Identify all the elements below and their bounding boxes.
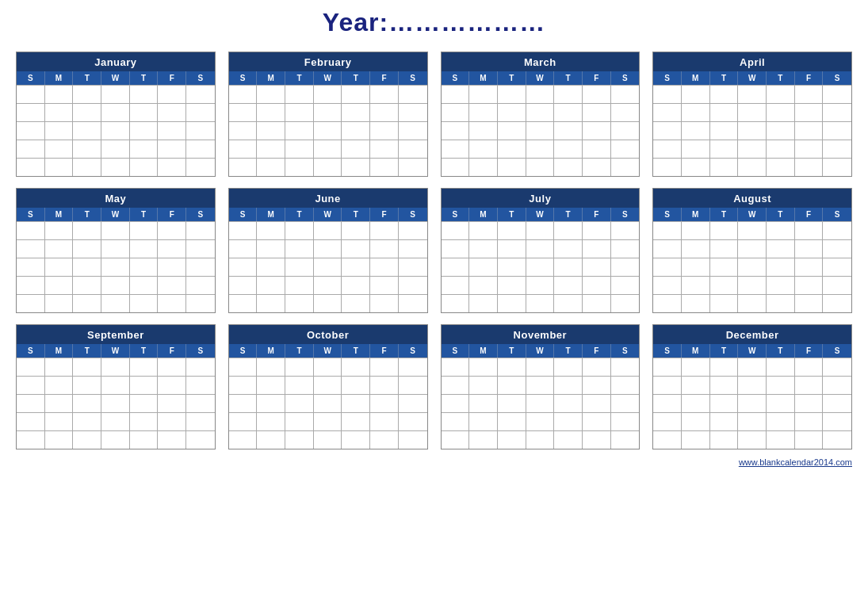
day-cell bbox=[158, 140, 186, 158]
day-cell bbox=[442, 295, 470, 312]
day-cell bbox=[285, 258, 314, 276]
day-cell bbox=[285, 159, 314, 176]
day-header: W bbox=[738, 208, 767, 221]
day-cell bbox=[229, 240, 258, 258]
day-row bbox=[442, 430, 640, 449]
day-cell bbox=[73, 86, 101, 103]
day-cell bbox=[73, 159, 101, 176]
day-cell bbox=[498, 377, 526, 394]
month-calendar-may: MaySMTWTFS bbox=[16, 188, 216, 313]
day-cell bbox=[257, 122, 285, 140]
month-header-november: November bbox=[442, 325, 640, 344]
day-cell bbox=[710, 431, 739, 449]
day-cell bbox=[257, 140, 285, 158]
day-cell bbox=[442, 122, 470, 140]
day-cell bbox=[526, 258, 555, 276]
day-cell bbox=[682, 104, 710, 121]
day-cell bbox=[370, 395, 399, 412]
day-cell bbox=[767, 104, 795, 121]
day-cell bbox=[823, 358, 851, 376]
day-header: S bbox=[186, 71, 215, 85]
day-cell bbox=[45, 431, 74, 449]
day-header: T bbox=[342, 71, 370, 85]
day-row bbox=[229, 358, 427, 376]
day-cell bbox=[710, 413, 739, 430]
day-header: T bbox=[130, 71, 159, 85]
day-cell bbox=[229, 104, 258, 121]
day-cell bbox=[710, 122, 739, 140]
day-cell bbox=[158, 277, 186, 294]
day-row bbox=[653, 376, 851, 394]
day-cell bbox=[767, 413, 795, 430]
day-cell bbox=[17, 258, 45, 276]
day-cell bbox=[130, 413, 159, 430]
day-cell bbox=[682, 258, 710, 276]
day-cell bbox=[823, 413, 851, 430]
day-cell bbox=[611, 413, 640, 430]
day-cell bbox=[257, 86, 285, 103]
day-cell bbox=[554, 122, 583, 140]
day-cell bbox=[442, 258, 470, 276]
day-cell bbox=[682, 358, 710, 376]
day-cell bbox=[370, 122, 399, 140]
day-cell bbox=[611, 159, 640, 176]
day-cell bbox=[767, 295, 795, 312]
day-header: M bbox=[682, 208, 710, 221]
day-cell bbox=[682, 222, 710, 239]
day-header: M bbox=[682, 71, 710, 85]
footer-anchor[interactable]: www.blankcalendar2014.com bbox=[739, 457, 852, 467]
day-row bbox=[17, 221, 215, 239]
day-cell bbox=[583, 295, 611, 312]
day-cell bbox=[186, 86, 215, 103]
day-cell bbox=[653, 104, 682, 121]
day-header: T bbox=[498, 344, 526, 358]
day-cell bbox=[370, 358, 399, 376]
day-header: W bbox=[101, 71, 130, 85]
day-row bbox=[653, 158, 851, 176]
month-calendar-december: DecemberSMTWTFS bbox=[652, 324, 852, 449]
day-cell bbox=[469, 222, 498, 239]
day-header: S bbox=[653, 208, 682, 221]
day-cell bbox=[130, 240, 159, 258]
day-cell bbox=[17, 431, 45, 449]
month-header-may: May bbox=[17, 189, 215, 208]
day-cell bbox=[554, 277, 583, 294]
day-cell bbox=[186, 140, 215, 158]
day-row bbox=[653, 140, 851, 158]
day-cell bbox=[257, 358, 285, 376]
day-header: T bbox=[342, 344, 370, 358]
day-cell bbox=[738, 122, 767, 140]
day-row bbox=[442, 121, 640, 140]
day-cell bbox=[469, 295, 498, 312]
day-header: T bbox=[130, 208, 159, 221]
day-cell bbox=[710, 140, 739, 158]
day-header: M bbox=[257, 208, 285, 221]
day-header: S bbox=[611, 344, 640, 358]
day-header: F bbox=[795, 344, 824, 358]
day-cell bbox=[526, 104, 555, 121]
day-cell bbox=[653, 240, 682, 258]
day-cell bbox=[342, 377, 370, 394]
day-cell bbox=[611, 222, 640, 239]
month-calendar-november: NovemberSMTWTFS bbox=[441, 324, 640, 449]
month-calendar-july: JulySMTWTFS bbox=[441, 188, 640, 313]
day-cell bbox=[186, 395, 215, 412]
day-cell bbox=[158, 104, 186, 121]
day-cell bbox=[767, 222, 795, 239]
day-cell bbox=[101, 159, 130, 176]
day-cell bbox=[342, 413, 370, 430]
day-row bbox=[653, 394, 851, 412]
day-cell bbox=[611, 86, 640, 103]
day-cell bbox=[45, 358, 74, 376]
day-cell bbox=[229, 122, 258, 140]
footer-link[interactable]: www.blankcalendar2014.com bbox=[16, 457, 852, 467]
day-cell bbox=[469, 377, 498, 394]
day-row bbox=[229, 376, 427, 394]
day-cell bbox=[583, 140, 611, 158]
day-cell bbox=[314, 240, 342, 258]
day-cell bbox=[229, 377, 258, 394]
day-cell bbox=[399, 159, 427, 176]
day-cell bbox=[101, 358, 130, 376]
day-header: S bbox=[399, 71, 427, 85]
day-cell bbox=[583, 86, 611, 103]
